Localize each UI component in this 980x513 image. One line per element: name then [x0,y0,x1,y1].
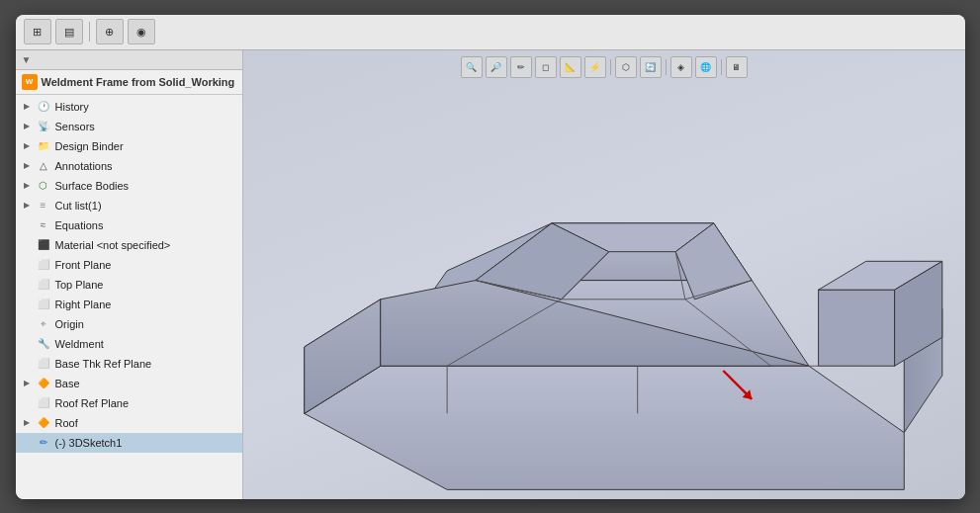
sidebar: ▼ W Weldment Frame from Solid_Working ▶ … [16,50,243,499]
annotations-label: Annotations [55,160,113,172]
3d-model-container [243,90,965,499]
tree-item-base-thk[interactable]: ▶ ⬜ Base Thk Ref Plane [16,354,242,374]
vp-zoom-in[interactable]: 🔍 [461,56,483,78]
vp-material[interactable]: 🌐 [695,56,717,78]
tree-item-weldment[interactable]: ▶ 🔧 Weldment [16,334,242,354]
expand-base[interactable]: ▶ [22,379,32,388]
main-toolbar: ⊞ ▤ ⊕ ◉ [16,15,965,50]
tree-item-3dsketch1[interactable]: ▶ ✏ (-) 3DSketch1 [16,433,242,453]
base-icon: 🔶 [36,376,51,391]
tree-item-material[interactable]: ▶ ⬛ Material <not specified> [16,235,242,255]
history-icon: 🕐 [36,99,51,115]
equations-icon: ≈ [36,217,51,233]
top-plane-label: Top Plane [55,279,104,291]
weldment-icon: 🔧 [36,336,51,352]
sensors-label: Sensors [55,121,95,132]
options-btn[interactable]: ⊞ [24,19,51,44]
vp-sep-3 [721,59,722,75]
vp-box[interactable]: ◻ [535,56,557,78]
right-plane-icon: ⬜ [36,297,51,312]
cutlist-label: Cut list(1) [55,200,102,212]
tree-item-roof[interactable]: ▶ 🔶 Roof [16,413,242,433]
vp-shading[interactable]: ◈ [670,56,692,78]
roof-icon: 🔶 [36,415,51,431]
base-thk-icon: ⬜ [36,356,51,372]
vp-sep-1 [610,59,611,75]
vp-display[interactable]: 🖥 [726,56,748,78]
tree-item-roof-ref-plane[interactable]: ▶ ⬜ Roof Ref Plane [16,393,242,413]
3d-viewport[interactable]: 🔍 🔎 ✏ ◻ 📐 ⚡ ⬡ 🔄 ◈ 🌐 🖥 [243,50,965,499]
tree-item-sensors[interactable]: ▶ 📡 Sensors [16,117,242,136]
roof-ref-plane-label: Roof Ref Plane [55,397,130,409]
sidebar-filter-row: ▼ [16,50,242,70]
feature-tree: ▶ 🕐 History ▶ 📡 Sensors ▶ 📁 Design Binde… [16,95,242,499]
doc-title-label: Weldment Frame from Solid_Working [42,76,235,88]
tree-item-cutlist[interactable]: ▶ ≡ Cut list(1) [16,196,242,215]
expand-sensors[interactable]: ▶ [22,122,32,131]
globe-btn[interactable]: ◉ [128,19,155,44]
tree-item-annotations[interactable]: ▶ △ Annotations [16,156,242,176]
vp-rotate[interactable]: 🔄 [640,56,662,78]
front-plane-icon: ⬜ [36,257,51,273]
vp-sep-2 [666,59,667,75]
top-plane-icon: ⬜ [36,277,51,293]
base-label: Base [55,378,80,389]
tree-item-surface-bodies[interactable]: ▶ ⬡ Surface Bodies [16,176,242,196]
tree-item-right-plane[interactable]: ▶ ⬜ Right Plane [16,295,242,314]
design-binder-label: Design Binder [55,140,124,152]
expand-roof[interactable]: ▶ [22,418,32,428]
roof-label: Roof [55,417,78,429]
toolbar-sep-1 [89,22,90,42]
material-icon: ⬛ [36,237,51,253]
viewport-toolbar: 🔍 🔎 ✏ ◻ 📐 ⚡ ⬡ 🔄 ◈ 🌐 🖥 [461,56,748,78]
grid-btn[interactable]: ▤ [55,19,83,44]
tree-item-history[interactable]: ▶ 🕐 History [16,97,242,117]
main-area: ▼ W Weldment Frame from Solid_Working ▶ … [16,50,965,499]
expand-surface[interactable]: ▶ [22,181,32,191]
vp-lightning[interactable]: ⚡ [584,56,606,78]
history-label: History [55,101,89,113]
right-plane-label: Right Plane [55,299,112,310]
svg-marker-0 [304,366,904,489]
surface-bodies-label: Surface Bodies [55,180,130,192]
app-window: ⊞ ▤ ⊕ ◉ ▼ W Weldment Frame from Solid_Wo… [16,15,965,499]
material-label: Material <not specified> [55,239,171,251]
tree-item-base[interactable]: ▶ 🔶 Base [16,374,242,393]
binder-icon: 📁 [36,138,51,154]
svg-rect-11 [818,290,894,366]
doc-icon: W [22,74,38,90]
surface-icon: ⬡ [36,178,51,194]
sensor-icon: 📡 [36,119,51,134]
vp-pencil[interactable]: ✏ [510,56,532,78]
expand-history[interactable]: ▶ [22,102,32,112]
cutlist-icon: ≡ [36,198,51,214]
3dsketch1-label: (-) 3DSketch1 [55,437,123,449]
sketch-icon: ✏ [36,435,51,451]
filter-icon: ▼ [22,54,32,65]
tree-item-design-binder[interactable]: ▶ 📁 Design Binder [16,136,242,156]
tree-item-top-plane[interactable]: ▶ ⬜ Top Plane [16,275,242,295]
base-thk-label: Base Thk Ref Plane [55,358,152,370]
tree-item-front-plane[interactable]: ▶ ⬜ Front Plane [16,255,242,275]
tree-item-equations[interactable]: ▶ ≈ Equations [16,215,242,235]
tree-item-origin[interactable]: ▶ ⌖ Origin [16,314,242,334]
vp-measure[interactable]: 📐 [560,56,581,78]
equations-label: Equations [55,219,104,231]
origin-icon: ⌖ [36,316,51,332]
doc-title-row: W Weldment Frame from Solid_Working [16,70,242,95]
3d-model-svg [243,90,965,499]
target-btn[interactable]: ⊕ [96,19,124,44]
weldment-label: Weldment [55,338,104,350]
front-plane-label: Front Plane [55,259,112,271]
origin-label: Origin [55,318,84,330]
vp-zoom-out[interactable]: 🔎 [486,56,507,78]
vp-cube[interactable]: ⬡ [615,56,637,78]
roof-ref-icon: ⬜ [36,395,51,411]
expand-annotations[interactable]: ▶ [22,161,32,171]
annotations-icon: △ [36,158,51,174]
expand-cutlist[interactable]: ▶ [22,201,32,211]
expand-binder[interactable]: ▶ [22,141,32,151]
